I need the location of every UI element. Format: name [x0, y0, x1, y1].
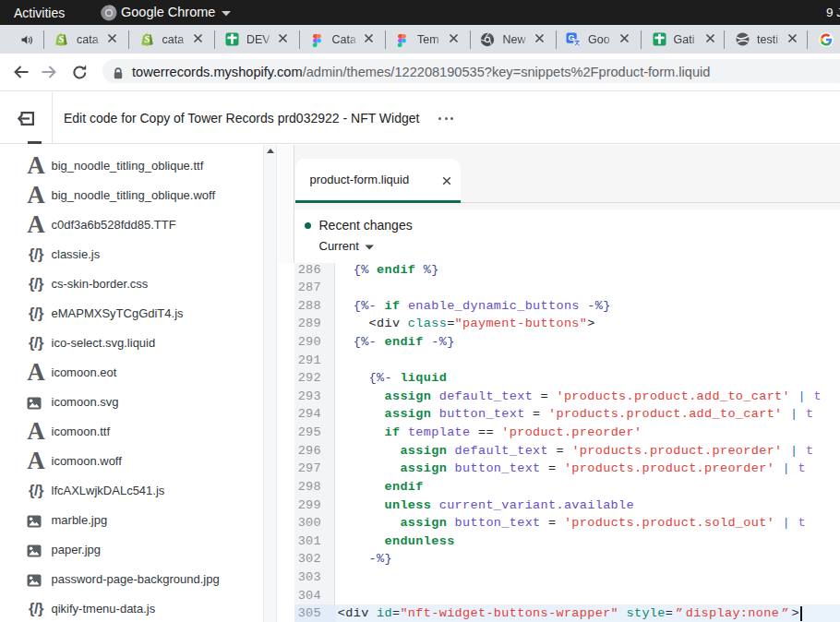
- svg-text:S: S: [58, 35, 64, 44]
- svg-text:S: S: [144, 35, 150, 44]
